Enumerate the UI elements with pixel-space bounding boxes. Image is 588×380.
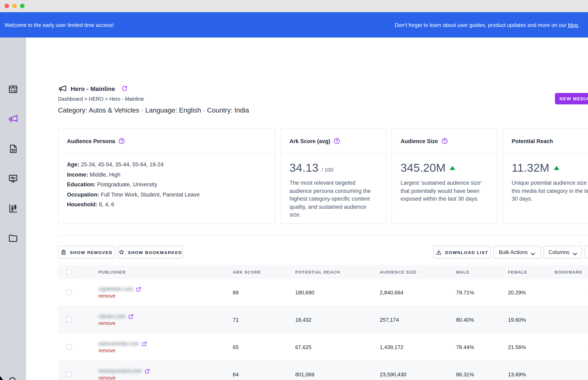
publisher-cell: autocarindia.com remove xyxy=(98,341,233,354)
publisher-name[interactable]: v3cars.com xyxy=(98,313,126,319)
main-content: Hero - Mainline Dashboard > HERO > Hero … xyxy=(26,38,588,380)
potential-reach-cell: 18,432 xyxy=(295,317,380,323)
publisher-name[interactable]: autocarindia.com xyxy=(98,341,139,347)
bookmark-star-button[interactable] xyxy=(587,371,588,378)
audience-size-cell: 23,590,430 xyxy=(380,371,456,377)
publisher-name[interactable]: moneycontrol.com xyxy=(98,368,142,374)
help-icon[interactable] xyxy=(441,138,448,144)
app-window: Welcome to the early user limited time a… xyxy=(0,0,588,380)
download-list-label: DOWNLOAD LIST xyxy=(445,250,488,255)
section-divider xyxy=(58,235,588,236)
page-title: Hero - Mainline xyxy=(71,85,115,92)
audience-persona-title: Audience Persona xyxy=(67,138,115,144)
row-checkbox[interactable] xyxy=(66,289,72,295)
window-titlebar xyxy=(0,0,588,12)
columns-dropdown[interactable]: Columns xyxy=(544,246,582,259)
banner-right-suffix: . xyxy=(578,22,579,28)
female-cell: 20.29% xyxy=(508,289,554,295)
publisher-cell: zigwheels.com remove xyxy=(98,286,233,299)
chevron-down-icon xyxy=(531,251,535,254)
remove-link[interactable]: remove xyxy=(98,348,115,354)
potential-reach-description: Unique potential audience size for this … xyxy=(512,179,588,203)
list-meta-line: Category: Autos & Vehicles · Language: E… xyxy=(58,106,249,114)
traffic-light-zoom-button[interactable] xyxy=(20,4,24,8)
ark-score-denominator: / 100 xyxy=(321,167,333,173)
boxplot-icon[interactable] xyxy=(8,203,18,214)
remove-link[interactable]: remove xyxy=(98,375,115,380)
audience-size-cell: 1,439,172 xyxy=(380,344,456,350)
search-icon[interactable] xyxy=(8,376,18,380)
col-audience-size: AUDIENCE SIZE xyxy=(380,269,456,274)
female-cell: 19.60% xyxy=(508,317,554,323)
show-bookmarked-label: SHOW BOOKMARKED xyxy=(128,250,182,255)
row-checkbox[interactable] xyxy=(66,317,72,323)
breadcrumb[interactable]: Dashboard > HERO > Hero - Mainline xyxy=(58,96,144,102)
show-removed-button[interactable]: SHOW REMOVED xyxy=(58,246,115,259)
external-link-icon[interactable] xyxy=(136,286,142,291)
remove-link[interactable]: remove xyxy=(98,293,115,299)
bookmark-star-button[interactable] xyxy=(587,343,588,350)
external-link-icon[interactable] xyxy=(128,314,134,319)
bookmark-star-button[interactable] xyxy=(587,289,588,296)
traffic-light-minimize-button[interactable] xyxy=(12,4,17,8)
bulk-actions-dropdown[interactable]: Bulk Actions xyxy=(493,246,541,259)
persona-household: Houeshold:8, 4, 6 xyxy=(67,201,266,208)
audience-size-description: Largest ‘sustained audience size’ that p… xyxy=(400,179,488,203)
publisher-cell: moneycontrol.com remove xyxy=(98,368,233,380)
document-icon[interactable] xyxy=(8,144,18,154)
audience-persona-card: Audience Persona Age:25-34, 45-54, 35-44… xyxy=(58,128,275,224)
ark-score-title: Ark Score (avg) xyxy=(290,138,330,144)
external-link-icon[interactable] xyxy=(142,341,147,346)
potential-reach-title: Potential Reach xyxy=(512,138,553,144)
select-all-checkbox[interactable] xyxy=(66,269,72,275)
banner-right-prefix: Don’t forget to learn about user guides,… xyxy=(395,22,568,28)
bookmark-star-button[interactable] xyxy=(587,316,588,323)
table-row: v3cars.com remove 71 18,432 257,174 80.4… xyxy=(58,306,588,334)
male-cell: 79.71% xyxy=(456,289,508,295)
publisher-name[interactable]: zigwheels.com xyxy=(98,286,133,292)
row-checkbox[interactable] xyxy=(66,344,72,350)
download-list-button[interactable]: DOWNLOAD LIST xyxy=(434,246,490,259)
publisher-cell: v3cars.com remove xyxy=(98,313,233,326)
ark-score-value: 34.13 xyxy=(290,161,318,174)
trend-up-icon xyxy=(553,166,559,170)
traffic-light-close-button[interactable] xyxy=(4,4,9,8)
megaphone-icon[interactable] xyxy=(8,113,18,124)
audience-size-value: 345.20M xyxy=(400,161,446,174)
external-link-icon[interactable] xyxy=(145,368,150,374)
help-icon[interactable] xyxy=(118,138,125,144)
ark-score-cell: 65 xyxy=(233,344,295,350)
help-icon[interactable] xyxy=(334,138,340,144)
row-checkbox[interactable] xyxy=(66,371,72,377)
banner-welcome-text: Welcome to the early user limited time a… xyxy=(4,22,114,28)
trend-up-icon xyxy=(450,166,456,170)
new-media-list-button[interactable]: NEW MEDIA LIST' xyxy=(555,93,588,104)
col-potential-reach: POTENTIAL REACH xyxy=(295,269,380,274)
dashboard-icon[interactable] xyxy=(8,84,18,95)
ark-score-card: Ark Score (avg) 34.13 / 100 The most rel… xyxy=(280,128,386,224)
female-cell: 13.69% xyxy=(508,371,554,377)
remove-link[interactable]: remove xyxy=(98,321,115,326)
male-cell: 78.44% xyxy=(456,344,508,350)
download-icon xyxy=(436,249,442,255)
folder-icon[interactable] xyxy=(8,233,18,243)
blog-link[interactable]: blog xyxy=(568,22,578,28)
page-size-dropdown[interactable]: 10 xyxy=(585,246,588,259)
audience-size-cell: 257,174 xyxy=(380,317,456,323)
potential-reach-cell: 180,690 xyxy=(295,289,380,295)
table-row: moneycontrol.com remove 64 801,069 23,59… xyxy=(58,361,588,380)
announcement-banner: Welcome to the early user limited time a… xyxy=(0,12,588,38)
audience-size-cell: 2,840,664 xyxy=(380,289,456,295)
banner-right-text: Don’t forget to learn about user guides,… xyxy=(395,22,579,28)
male-cell: 86.31% xyxy=(456,371,508,377)
col-male: MALE xyxy=(456,269,508,274)
audience-size-title: Audience Size xyxy=(400,138,438,144)
show-removed-label: SHOW REMOVED xyxy=(70,250,113,255)
sidebar xyxy=(0,38,26,380)
refresh-icon[interactable] xyxy=(121,85,128,92)
show-bookmarked-button[interactable]: SHOW BOOKMARKED xyxy=(118,246,183,259)
persona-occupation: Occupation:Full Time Work, Student, Pare… xyxy=(67,191,266,198)
col-publisher: PUBLISHER xyxy=(98,269,233,274)
persona-age: Age:25-34, 45-54, 35-44, 55-64, 18-24 xyxy=(67,161,266,168)
monitor-pulse-icon[interactable] xyxy=(8,173,18,184)
